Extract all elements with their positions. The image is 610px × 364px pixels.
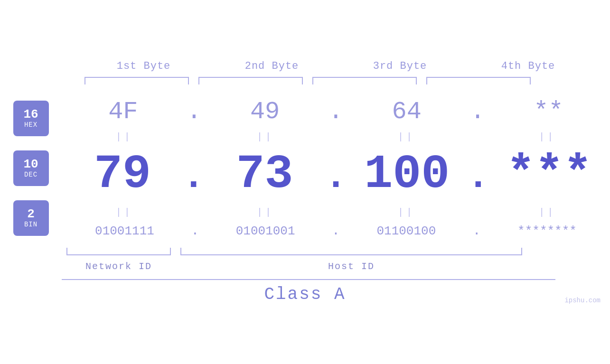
eq2-byte1: || <box>72 206 177 218</box>
class-label: Class A <box>264 285 346 304</box>
dec-sep1: . <box>182 158 205 196</box>
dec-sep3: . <box>467 158 489 196</box>
hex-badge: 16 HEX <box>13 101 49 136</box>
dec-byte3: 100 <box>355 148 459 201</box>
dec-badge-number: 10 <box>23 158 38 171</box>
hex-byte4: ** <box>497 98 601 126</box>
bin-row: 01001111 . 01001001 . 01100100 . *******… <box>66 224 605 238</box>
values-grid: 4F . 49 . 64 . ** || || || || 79 <box>62 96 610 241</box>
hex-byte3: 64 <box>355 98 459 126</box>
bin-sep1: . <box>191 224 199 238</box>
top-bracket-3 <box>312 77 417 84</box>
watermark: ipshu.com <box>564 297 601 304</box>
equals-row-2: || || || || <box>66 205 605 219</box>
bin-badge-number: 2 <box>27 207 35 221</box>
bin-sep2: . <box>332 224 340 238</box>
top-bracket-4 <box>426 77 531 84</box>
eq1-byte2: || <box>213 131 318 143</box>
labels-row: Network ID Host ID <box>62 261 574 272</box>
hex-row: 4F . 49 . 64 . ** <box>66 98 605 126</box>
bin-sep3: . <box>473 224 481 238</box>
header-byte3: 3rd Byte <box>348 60 452 72</box>
dec-sep2: . <box>324 158 347 196</box>
bin-byte2: 01001001 <box>213 224 318 238</box>
hex-badge-number: 16 <box>23 108 38 121</box>
bin-byte4: ******** <box>495 224 600 238</box>
bin-badge: 2 BIN <box>13 200 49 236</box>
dec-badge: 10 DEC <box>13 150 49 186</box>
top-bracket-1 <box>84 77 189 84</box>
header-byte2: 2nd Byte <box>220 60 324 72</box>
dec-row: 79 . 73 . 100 . *** <box>66 148 605 201</box>
dec-badge-label: DEC <box>24 171 38 178</box>
network-id-label: Network ID <box>62 261 176 272</box>
dec-byte2: 73 <box>213 148 317 201</box>
eq1-byte4: || <box>495 131 600 143</box>
bin-byte1: 01001111 <box>72 224 177 238</box>
eq2-byte3: || <box>354 206 459 218</box>
class-row: Class A ipshu.com <box>0 279 610 304</box>
class-bracket-line <box>62 279 555 280</box>
hex-badge-label: HEX <box>24 121 38 129</box>
hex-sep3: . <box>470 98 485 126</box>
badge-column: 16 HEX 10 DEC 2 BIN <box>0 96 62 241</box>
headers-row: 1st Byte 2nd Byte 3rd Byte 4th Byte <box>80 60 592 72</box>
bottom-brackets <box>62 248 574 257</box>
eq2-byte4: || <box>495 206 600 218</box>
bin-badge-label: BIN <box>24 221 38 228</box>
hex-sep2: . <box>328 98 343 126</box>
equals-row-1: || || || || <box>66 130 605 144</box>
bin-byte3: 01100100 <box>354 224 459 238</box>
dec-byte4: *** <box>497 148 601 201</box>
content-area: 16 HEX 10 DEC 2 BIN 4F . 49 . 64 . ** <box>0 96 610 241</box>
eq1-byte1: || <box>72 131 177 143</box>
header-byte1: 1st Byte <box>92 60 196 72</box>
dec-byte1: 79 <box>70 148 175 201</box>
class-label-row: Class A ipshu.com <box>0 285 610 304</box>
top-brackets-row <box>80 77 592 86</box>
bottom-section: Network ID Host ID <box>0 248 610 272</box>
top-bracket-2 <box>198 77 303 84</box>
eq2-byte2: || <box>213 206 318 218</box>
hex-sep1: . <box>187 98 201 126</box>
main-container: 1st Byte 2nd Byte 3rd Byte 4th Byte 16 H… <box>0 0 610 364</box>
hex-byte1: 4F <box>71 98 175 126</box>
network-bracket <box>66 248 171 255</box>
header-byte4: 4th Byte <box>476 60 581 72</box>
host-id-label: Host ID <box>176 261 527 272</box>
hex-byte2: 49 <box>213 98 317 126</box>
eq1-byte3: || <box>354 131 459 143</box>
host-bracket <box>180 248 522 255</box>
